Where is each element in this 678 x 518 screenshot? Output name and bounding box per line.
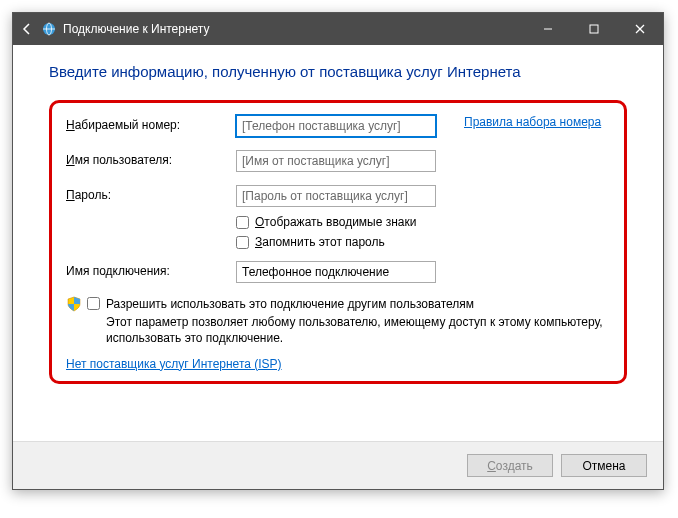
- share-connection-checkbox[interactable]: [87, 297, 100, 310]
- show-chars-label: Отображать вводимые знаки: [255, 215, 417, 229]
- share-connection-description: Этот параметр позволяет любому пользоват…: [106, 314, 610, 346]
- remember-password-checkbox[interactable]: [236, 236, 249, 249]
- show-chars-checkbox[interactable]: [236, 216, 249, 229]
- create-button[interactable]: Создать: [467, 454, 553, 477]
- titlebar: Подключение к Интернету: [13, 13, 663, 45]
- window-title: Подключение к Интернету: [63, 22, 210, 36]
- svg-rect-4: [590, 25, 598, 33]
- dial-number-input[interactable]: [236, 115, 436, 137]
- password-label: Пароль:: [66, 185, 236, 202]
- dialog-window: Подключение к Интернету Введите информац…: [12, 12, 664, 490]
- remember-password-label: Запомнить этот пароль: [255, 235, 385, 249]
- dial-number-label: Набираемый номер:: [66, 115, 236, 132]
- dialog-footer: Создать Отмена: [13, 441, 663, 489]
- content-area: Введите информацию, полученную от постав…: [13, 45, 663, 441]
- back-button[interactable]: [13, 13, 41, 45]
- password-input[interactable]: [236, 185, 436, 207]
- shield-icon: [66, 296, 82, 312]
- minimize-button[interactable]: [525, 13, 571, 45]
- maximize-button[interactable]: [571, 13, 617, 45]
- dial-rules-link[interactable]: Правила набора номера: [464, 115, 601, 131]
- close-button[interactable]: [617, 13, 663, 45]
- page-heading: Введите информацию, полученную от постав…: [49, 63, 627, 80]
- username-input[interactable]: [236, 150, 436, 172]
- share-connection-label: Разрешить использовать это подключение д…: [106, 296, 474, 312]
- no-isp-link[interactable]: Нет поставщика услуг Интернета (ISP): [66, 357, 282, 371]
- cancel-button[interactable]: Отмена: [561, 454, 647, 477]
- globe-icon: [41, 21, 57, 37]
- username-label: Имя пользователя:: [66, 150, 236, 167]
- form-highlight: Набираемый номер: Правила набора номера …: [49, 100, 627, 384]
- connection-name-input[interactable]: [236, 261, 436, 283]
- connection-name-label: Имя подключения:: [66, 261, 236, 278]
